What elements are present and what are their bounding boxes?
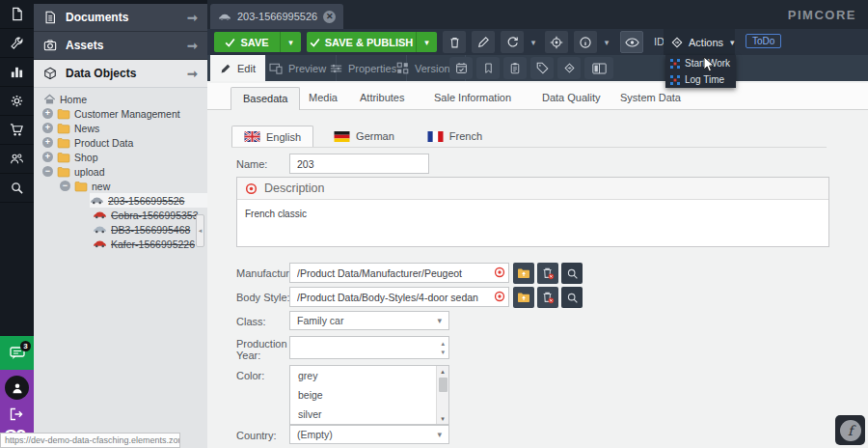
preview-visibility-button[interactable]: [620, 31, 643, 53]
panel-collapse-handle[interactable]: ◂: [196, 214, 204, 247]
shopping-cart-icon: [10, 123, 24, 137]
tab-basedata[interactable]: Basedata: [231, 87, 300, 110]
menu-item-start-work[interactable]: Start Work: [665, 55, 736, 71]
manufacturer-input[interactable]: [289, 263, 509, 283]
info-button[interactable]: [574, 31, 597, 53]
tree-item-news[interactable]: + News: [34, 121, 207, 135]
scroll-up-icon[interactable]: ▴: [437, 366, 448, 377]
mandatory-bullseye-icon: [245, 182, 258, 195]
listbox-scrollbar[interactable]: ▴ ▾: [436, 366, 448, 424]
description-panel-header[interactable]: Description: [237, 178, 828, 200]
eye-icon: [625, 37, 639, 48]
workflow-state-icon: [670, 75, 680, 85]
close-icon[interactable]: ✕: [323, 11, 336, 23]
todo-badge[interactable]: ToDo: [746, 34, 781, 48]
schedule-button[interactable]: [449, 57, 473, 79]
info-dropdown-button[interactable]: ▾: [599, 31, 614, 53]
bookmark-button[interactable]: [476, 57, 500, 79]
tab-language-german[interactable]: German: [321, 126, 407, 147]
tree-item-upload[interactable]: − upload: [34, 164, 207, 179]
tab-edit[interactable]: Edit: [210, 55, 266, 81]
editor-toolbar: SAVE ▾ SAVE & PUBLISH ▾ ▾ ▾ ID 1095 Car: [207, 29, 868, 55]
tab-media[interactable]: Media: [297, 87, 349, 110]
avatar[interactable]: [5, 376, 29, 400]
rename-button[interactable]: [472, 31, 495, 53]
delete-button[interactable]: [443, 31, 466, 53]
spinner-up-icon[interactable]: ▴: [441, 339, 445, 348]
tree-item-cobra[interactable]: Cobra-1566995353: [34, 208, 207, 222]
tree-item-db3[interactable]: DB3-1566995468: [34, 222, 207, 237]
manufacturer-clear-button[interactable]: [537, 263, 558, 284]
body-style-open-folder-button[interactable]: [513, 287, 534, 308]
reports-rail-button[interactable]: [0, 58, 34, 87]
tab-sale-information[interactable]: Sale Information: [422, 87, 523, 110]
menu-item-log-time[interactable]: Log Time: [665, 71, 736, 88]
country-select[interactable]: (Empty) ▾: [289, 425, 449, 444]
expand-icon[interactable]: +: [42, 123, 53, 133]
reload-button[interactable]: [501, 31, 524, 53]
save-button[interactable]: SAVE: [214, 32, 280, 52]
accordion-data-objects[interactable]: Data Objects ➞: [34, 60, 207, 88]
class-select[interactable]: Family car ▾: [289, 311, 449, 330]
accordion-assets-label: Assets: [66, 39, 103, 52]
body-style-input[interactable]: [289, 287, 509, 307]
tree-item-home[interactable]: Home: [34, 92, 207, 106]
notifications-button[interactable]: 3: [0, 336, 34, 370]
body-style-clear-button[interactable]: [537, 287, 558, 308]
info-icon: [579, 36, 592, 49]
save-publish-button-label: SAVE & PUBLISH: [325, 37, 413, 48]
collapse-icon[interactable]: −: [60, 181, 70, 191]
color-option-silver[interactable]: silver: [290, 405, 448, 424]
tab-system-data[interactable]: System Data: [609, 87, 692, 110]
color-option-grey[interactable]: grey: [290, 366, 448, 385]
tree-item-kafer[interactable]: Kafer-1566995226: [34, 237, 207, 251]
spinner-down-icon[interactable]: ▾: [441, 348, 445, 356]
logout-button[interactable]: [9, 406, 24, 422]
ecommerce-rail-button[interactable]: [0, 116, 34, 145]
tools-rail-button[interactable]: [0, 29, 34, 58]
name-input[interactable]: [289, 154, 429, 174]
manufacturer-open-folder-button[interactable]: [513, 263, 534, 284]
country-select-value: (Empty): [297, 429, 333, 440]
locate-in-tree-button[interactable]: [545, 31, 568, 53]
description-value[interactable]: French classic: [237, 200, 828, 228]
tag-button[interactable]: [530, 57, 554, 79]
tree-item-customer-management[interactable]: + Customer Management: [34, 106, 207, 121]
workflow-button[interactable]: [557, 57, 581, 79]
reload-dropdown-button[interactable]: ▾: [526, 31, 541, 53]
pencil-icon: [477, 36, 490, 48]
save-publish-button[interactable]: SAVE & PUBLISH: [307, 32, 416, 52]
tree-item-new[interactable]: − new: [34, 179, 207, 193]
object-tab[interactable]: 203-1566995526 ✕: [210, 4, 343, 29]
accordion-documents[interactable]: Documents ➞: [34, 4, 207, 32]
actions-dropdown-button[interactable]: Actions ▾: [664, 29, 735, 55]
customers-rail-button[interactable]: [0, 145, 34, 174]
save-dropdown-button[interactable]: ▾: [280, 32, 301, 52]
browser-extension-widget[interactable]: f: [835, 415, 865, 445]
manufacturer-search-button[interactable]: [561, 263, 583, 284]
settings-rail-button[interactable]: [0, 87, 34, 116]
collapse-icon[interactable]: −: [42, 166, 53, 177]
tab-language-french[interactable]: French: [415, 126, 495, 147]
tree-item-product-data[interactable]: + Product Data: [34, 135, 207, 150]
tab-language-english[interactable]: English: [231, 126, 313, 147]
expand-icon[interactable]: +: [42, 137, 53, 148]
tab-data-quality[interactable]: Data Quality: [530, 87, 612, 110]
search-rail-button[interactable]: [0, 174, 34, 203]
production-year-spinner[interactable]: ▴▾: [289, 336, 449, 359]
expand-icon[interactable]: +: [42, 108, 53, 119]
notes-button[interactable]: [503, 57, 527, 79]
tree-item-203[interactable]: 203-1566995526: [34, 193, 207, 208]
tab-attributes[interactable]: Attributes: [348, 87, 416, 110]
accordion-assets[interactable]: Assets ➞: [34, 32, 207, 60]
translate-compare-button[interactable]: [584, 57, 613, 79]
color-option-beige[interactable]: beige: [290, 385, 448, 405]
documents-rail-button[interactable]: [0, 0, 34, 29]
body-style-search-button[interactable]: [561, 287, 583, 308]
expand-icon[interactable]: +: [42, 152, 53, 162]
color-listbox[interactable]: grey beige silver ▴ ▾: [289, 365, 449, 425]
tree-item-shop[interactable]: + Shop: [34, 150, 207, 164]
scroll-down-icon[interactable]: ▾: [437, 413, 448, 424]
save-publish-dropdown-button[interactable]: ▾: [416, 32, 437, 52]
scrollbar-thumb[interactable]: [439, 378, 448, 392]
